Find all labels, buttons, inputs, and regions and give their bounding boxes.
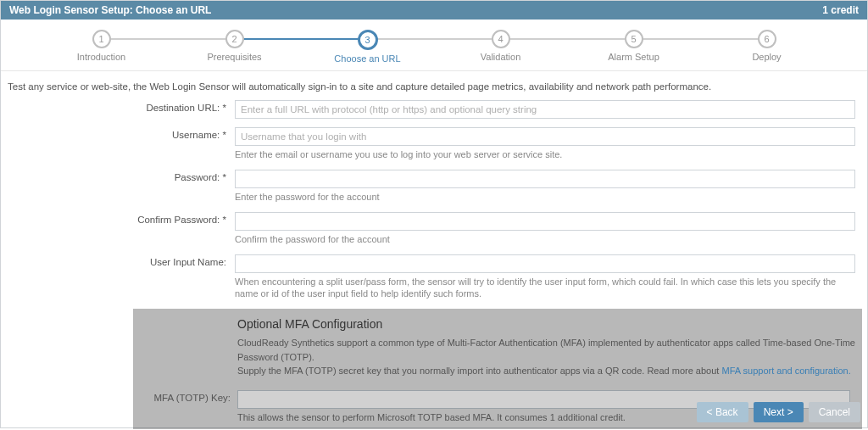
mfa-line2: Supply the MFA (TOTP) secret key that yo… <box>237 364 855 378</box>
wizard-stepper: 1 Introduction 2 Prerequisites 3 Choose … <box>1 20 867 71</box>
step-label: Choose an URL <box>301 53 434 64</box>
help-user-input-name: When encountering a split user/pass form… <box>235 276 855 301</box>
confirm-password-input[interactable] <box>235 212 855 231</box>
username-input[interactable] <box>235 127 855 146</box>
wizard-body: Test any service or web-site, the Web Lo… <box>1 71 867 429</box>
step-deploy[interactable]: 6 Deploy <box>700 30 833 62</box>
wizard-footer: < Back Next > Cancel <box>697 402 860 422</box>
label-password: Password: * <box>6 170 235 182</box>
next-button[interactable]: Next > <box>754 402 804 422</box>
destination-url-input[interactable] <box>235 100 855 119</box>
wizard-credits: 1 credit <box>822 1 859 20</box>
step-label: Introduction <box>35 52 168 62</box>
mfa-line1: CloudReady Synthetics support a common t… <box>237 336 855 364</box>
row-username: Username: * Enter the email or username … <box>6 127 862 161</box>
wizard-header: Web Login Sensor Setup: Choose an URL 1 … <box>1 1 867 20</box>
mfa-title: Optional MFA Configuration <box>237 317 855 331</box>
help-username: Enter the email or username you use to l… <box>235 148 855 161</box>
step-number: 3 <box>358 30 378 50</box>
label-mfa-key: MFA (TOTP) Key: <box>140 390 237 403</box>
label-username: Username: * <box>6 127 235 140</box>
row-password: Password: * Enter the password for the a… <box>6 170 862 204</box>
step-number: 1 <box>92 30 111 48</box>
step-label: Deploy <box>700 52 833 62</box>
row-destination-url: Destination URL: * <box>6 100 862 119</box>
label-confirm-password: Confirm Password: * <box>6 212 235 225</box>
label-destination-url: Destination URL: * <box>6 100 235 113</box>
mfa-link[interactable]: MFA support and configuration. <box>721 366 850 376</box>
label-user-input-name: User Input Name: <box>6 254 235 267</box>
step-label: Prerequisites <box>168 52 301 62</box>
row-user-input-name: User Input Name: When encountering a spl… <box>6 254 862 301</box>
step-number: 5 <box>625 30 643 48</box>
user-input-name-input[interactable] <box>235 254 855 273</box>
step-validation[interactable]: 4 Validation <box>434 30 567 62</box>
step-alarm-setup[interactable]: 5 Alarm Setup <box>567 30 700 62</box>
wizard-panel: Web Login Sensor Setup: Choose an URL 1 … <box>0 0 868 428</box>
intro-text: Test any service or web-site, the Web Lo… <box>6 81 862 92</box>
row-confirm-password: Confirm Password: * Confirm the password… <box>6 212 862 246</box>
step-number: 4 <box>492 30 510 48</box>
help-confirm-password: Confirm the password for the account <box>235 233 855 246</box>
cancel-button[interactable]: Cancel <box>809 402 860 422</box>
step-label: Validation <box>434 52 567 62</box>
step-number: 6 <box>758 30 776 48</box>
step-label: Alarm Setup <box>567 52 700 62</box>
back-button[interactable]: < Back <box>697 402 748 422</box>
wizard-title: Web Login Sensor Setup: Choose an URL <box>9 1 211 20</box>
step-prerequisites[interactable]: 2 Prerequisites <box>168 30 301 62</box>
step-introduction[interactable]: 1 Introduction <box>35 30 168 62</box>
password-input[interactable] <box>235 170 855 188</box>
step-choose-url[interactable]: 3 Choose an URL <box>301 30 434 64</box>
step-number: 2 <box>225 30 244 48</box>
help-password: Enter the password for the account <box>235 191 855 204</box>
